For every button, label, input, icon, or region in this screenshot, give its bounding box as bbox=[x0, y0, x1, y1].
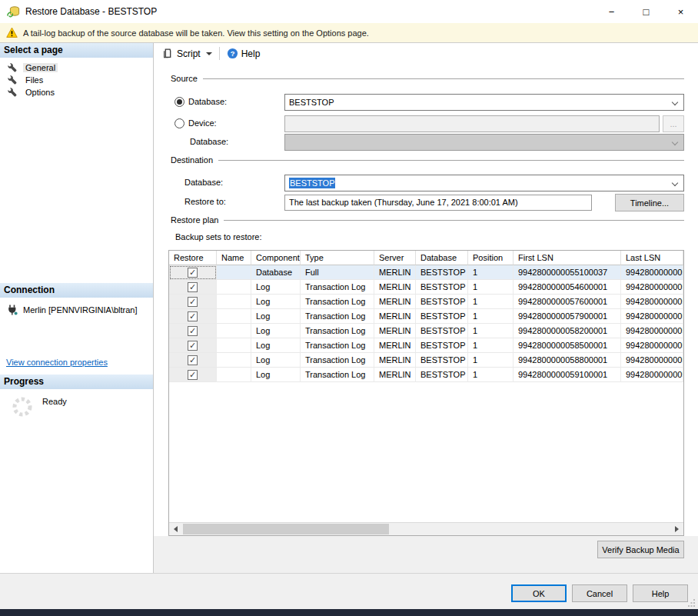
grid-column-server[interactable]: Server bbox=[374, 251, 416, 265]
cell-component: Log bbox=[251, 309, 301, 324]
sidebar-item-options[interactable]: Options bbox=[0, 86, 153, 98]
cell-first-lsn: 9942800000058200001 bbox=[514, 324, 621, 338]
verify-label: Verify Backup Media bbox=[602, 545, 679, 554]
restore-plan-legend: Restore plan bbox=[171, 215, 218, 225]
script-button[interactable]: Script bbox=[159, 45, 215, 62]
source-legend: Source bbox=[171, 74, 198, 83]
ok-button[interactable]: OK bbox=[511, 584, 567, 602]
cell-position: 1 bbox=[468, 338, 514, 353]
restore-checkbox[interactable]: ✓ bbox=[188, 326, 198, 336]
grid-column-position[interactable]: Position bbox=[468, 251, 514, 265]
cell-name bbox=[217, 280, 251, 295]
cell-name bbox=[217, 295, 251, 309]
cell-server: MERLIN bbox=[374, 295, 416, 309]
minimize-button[interactable]: − bbox=[594, 0, 629, 23]
scrollbar-thumb[interactable] bbox=[183, 524, 389, 534]
cell-name bbox=[217, 353, 251, 368]
view-connection-properties-link[interactable]: View connection properties bbox=[6, 358, 108, 367]
timeline-button[interactable]: Timeline... bbox=[615, 194, 684, 211]
svg-text:?: ? bbox=[230, 50, 234, 58]
restore-database-icon bbox=[7, 5, 20, 18]
progress-header: Progress bbox=[0, 375, 153, 389]
timeline-label: Timeline... bbox=[630, 198, 669, 208]
script-icon bbox=[162, 48, 174, 59]
scroll-right-arrow[interactable] bbox=[670, 523, 683, 535]
cell-component: Log bbox=[251, 295, 301, 309]
cancel-button[interactable]: Cancel bbox=[572, 584, 627, 602]
destination-legend: Destination bbox=[171, 155, 213, 165]
destination-database-combo[interactable]: BESTSTOP bbox=[284, 175, 684, 191]
cell-name bbox=[217, 265, 251, 280]
grid-horizontal-scrollbar[interactable] bbox=[169, 522, 683, 535]
grid-column-database[interactable]: Database bbox=[416, 251, 468, 265]
script-label: Script bbox=[177, 48, 201, 59]
grid-row[interactable]: ✓DatabaseFullMERLINBESTSTOP1994280000005… bbox=[169, 265, 683, 280]
cell-last-lsn: 9942800000005 bbox=[621, 280, 683, 295]
cell-component: Log bbox=[251, 338, 301, 353]
cell-type: Transaction Log bbox=[301, 309, 374, 324]
sidebar-item-general[interactable]: General bbox=[0, 62, 153, 74]
source-database-value: BESTSTOP bbox=[289, 98, 334, 107]
restore-checkbox[interactable]: ✓ bbox=[188, 370, 198, 380]
restore-checkbox-cell: ✓ bbox=[169, 265, 217, 280]
maximize-button[interactable]: □ bbox=[629, 0, 663, 23]
grid-column-first-lsn[interactable]: First LSN bbox=[514, 251, 621, 265]
cell-type: Transaction Log bbox=[301, 338, 374, 353]
grid-row[interactable]: ✓LogTransaction LogMERLINBESTSTOP1994280… bbox=[169, 309, 683, 324]
verify-backup-media-button[interactable]: Verify Backup Media bbox=[597, 541, 684, 558]
grid-column-restore[interactable]: Restore bbox=[169, 251, 217, 265]
cell-first-lsn: 9942800000057600001 bbox=[514, 295, 621, 309]
grid-column-name[interactable]: Name bbox=[217, 251, 251, 265]
restore-checkbox[interactable]: ✓ bbox=[188, 282, 198, 292]
chevron-down-icon bbox=[672, 139, 678, 145]
sidebar-item-files[interactable]: Files bbox=[0, 74, 153, 86]
cell-component: Log bbox=[251, 280, 301, 295]
source-database-combo[interactable]: BESTSTOP bbox=[284, 94, 684, 111]
cell-last-lsn: 9942800000005 bbox=[621, 324, 683, 338]
source-device-radio[interactable] bbox=[174, 118, 184, 128]
grid-body: ✓DatabaseFullMERLINBESTSTOP1994280000005… bbox=[169, 265, 683, 382]
restore-checkbox-cell: ✓ bbox=[169, 309, 217, 324]
cell-type: Transaction Log bbox=[301, 368, 374, 382]
resize-grip[interactable] bbox=[688, 599, 696, 607]
device-browse-button[interactable]: ... bbox=[663, 115, 684, 132]
progress-panel: Ready bbox=[0, 389, 153, 574]
restore-checkbox[interactable]: ✓ bbox=[188, 311, 198, 321]
destination-group: Destination bbox=[171, 155, 684, 165]
source-database-radio[interactable] bbox=[174, 97, 184, 107]
restore-checkbox[interactable]: ✓ bbox=[188, 355, 198, 365]
grid-row[interactable]: ✓LogTransaction LogMERLINBESTSTOP1994280… bbox=[169, 324, 683, 338]
grid-column-last-lsn[interactable]: Last LSN bbox=[621, 251, 683, 265]
destination-database-label: Database: bbox=[184, 178, 223, 187]
source-device-input[interactable] bbox=[284, 115, 660, 132]
restore-checkbox[interactable]: ✓ bbox=[188, 268, 198, 278]
restore-checkbox-cell: ✓ bbox=[169, 338, 217, 353]
warning-icon bbox=[6, 27, 18, 38]
help-button[interactable]: Help bbox=[633, 584, 688, 602]
grid-column-type[interactable]: Type bbox=[301, 251, 374, 265]
source-device-label: Device: bbox=[188, 118, 217, 128]
backup-sets-caption: Backup sets to restore: bbox=[175, 232, 262, 241]
grid-row[interactable]: ✓LogTransaction LogMERLINBESTSTOP1994280… bbox=[169, 368, 683, 382]
grid-row[interactable]: ✓LogTransaction LogMERLINBESTSTOP1994280… bbox=[169, 280, 683, 295]
sidebar-item-label: Files bbox=[23, 75, 45, 85]
toolbar: Script ? Help bbox=[154, 43, 698, 64]
backup-sets-grid: RestoreNameComponentTypeServerDatabasePo… bbox=[168, 250, 684, 536]
cell-component: Log bbox=[251, 324, 301, 338]
grid-column-component[interactable]: Component bbox=[251, 251, 301, 265]
window-title: Restore Database - BESTSTOP bbox=[25, 6, 594, 17]
restore-checkbox[interactable]: ✓ bbox=[188, 341, 198, 351]
scroll-left-arrow[interactable] bbox=[169, 523, 182, 535]
cell-name bbox=[217, 368, 251, 382]
close-button[interactable]: × bbox=[663, 0, 698, 23]
cell-database: BESTSTOP bbox=[416, 309, 468, 324]
grid-row[interactable]: ✓LogTransaction LogMERLINBESTSTOP1994280… bbox=[169, 295, 683, 309]
select-a-page-header: Select a page bbox=[0, 43, 153, 58]
restore-checkbox[interactable]: ✓ bbox=[188, 297, 198, 307]
grid-row[interactable]: ✓LogTransaction LogMERLINBESTSTOP1994280… bbox=[169, 338, 683, 353]
progress-status: Ready bbox=[42, 397, 67, 406]
help-toolbar-button[interactable]: ? Help bbox=[224, 45, 264, 62]
page-list: General Files Options bbox=[0, 58, 153, 98]
cell-first-lsn: 9942800000054600001 bbox=[514, 280, 621, 295]
grid-row[interactable]: ✓LogTransaction LogMERLINBESTSTOP1994280… bbox=[169, 353, 683, 368]
